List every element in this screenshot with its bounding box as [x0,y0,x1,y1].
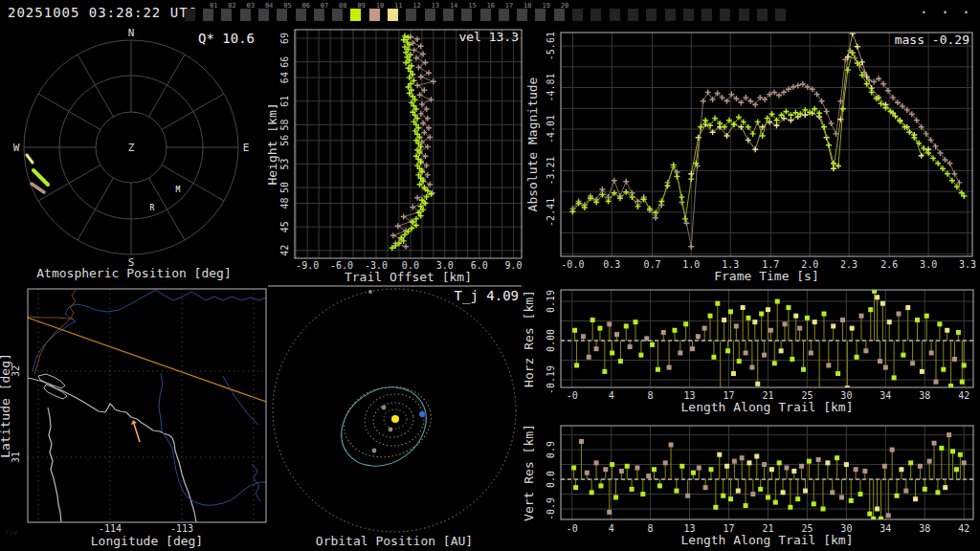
frame-box[interactable] [572,0,590,27]
y-tick: -0.19 [546,365,556,394]
y-axis-label: Latitude [deg] [0,353,12,458]
river-delta [33,290,156,371]
station-green [390,33,434,252]
frame-box-06[interactable]: 06 [296,0,314,27]
compass-north: N [128,27,135,39]
frame-box-13[interactable]: 13 [425,0,443,27]
frame-box-fill [332,9,343,21]
frame-box-15[interactable]: 15 [461,0,479,27]
compass-west: W [13,142,20,154]
x-tick: 6.0 [471,260,488,271]
frame-box-fill [535,9,546,21]
y-tick: 0.9 [546,441,556,458]
frame-number: 08 [339,2,346,10]
frame-box-fill [350,9,361,21]
coast-west [48,408,61,522]
frame-box-fill [720,9,730,21]
frame-box-16[interactable]: 16 [480,0,499,27]
frame-box-01[interactable]: 01 [203,0,221,27]
y-tick: 53 [279,158,290,169]
frame-box-fill [610,9,620,21]
frame-box-11[interactable]: 11 [388,0,406,27]
x-tick: 4 [609,390,614,401]
y-tick: -2.41 [546,198,556,227]
ground-track-map-panel: -114-1133231Longitude [deg]Latitude [deg… [0,285,268,551]
frame-box-05[interactable]: 05 [277,0,295,27]
overflow-menu[interactable]: . . . [920,0,972,17]
frame-box-20[interactable]: 20 [554,0,572,27]
x-tick: 38 [919,523,930,534]
river-ne [223,376,258,425]
frame-box-fill [665,9,676,21]
sun-dot [391,415,399,423]
frame-number: 13 [432,2,439,10]
frame-box-08[interactable]: 08 [332,0,350,27]
x-axis-label: Trail Offset [km] [345,270,472,284]
timestamp: 20251005 03:28:22 UTC [8,5,197,20]
frame-box[interactable] [739,0,757,27]
x-tick: 38 [919,390,930,401]
frame-number: 07 [321,2,328,10]
residual-points [571,432,967,521]
readout-badge: mass -0.29 [895,33,969,47]
trail-offset-panel: -9.0-6.0-3.00.03.06.09.04245485053565861… [268,27,526,285]
frame-number: 04 [265,2,273,10]
x-tick: -9.0 [296,260,319,271]
frame-box-03[interactable]: 03 [240,0,258,27]
frame-box-09[interactable]: 09 [350,0,368,27]
x-tick: 2.6 [880,259,898,270]
frame-box[interactable] [646,0,664,27]
frame-box-14[interactable]: 14 [443,0,461,27]
frame-box[interactable] [683,0,702,27]
frame-box[interactable] [720,0,738,27]
x-tick: 0.7 [643,259,660,270]
frame-box-10[interactable]: 10 [369,0,388,27]
frame-box-19[interactable]: 19 [535,0,553,27]
frame-box[interactable] [610,0,628,27]
frame-number: 12 [412,2,420,10]
horz-residual-panel: -04813172125303438420.190.00-0.19Length … [522,282,980,416]
frame-box-fill [314,9,324,21]
sky-object-R: R [150,204,155,212]
frame-number: 20 [561,2,568,10]
plot-border [28,289,266,522]
frame-box-18[interactable]: 18 [517,0,535,27]
frame-box[interactable] [775,0,793,27]
x-axis-label: Length Along Trail [km] [680,400,853,414]
frame-box-17[interactable]: 17 [499,0,517,27]
plot-series [572,289,967,397]
planet-dot [372,449,377,453]
frame-box[interactable] [590,0,609,27]
x-tick: -113 [170,523,193,534]
x-tick: 8 [648,523,654,534]
jupiter-orbit [273,289,516,532]
frame-number: 18 [523,2,531,10]
frame-box[interactable] [702,0,720,27]
frame-box-fill [406,9,416,21]
frame-box[interactable] [665,0,683,27]
magnitude-panel: -0.00.30.71.01.31.72.02.32.63.03.3-5.61-… [526,27,980,285]
y-tick: 61 [279,96,290,107]
frame-box-07[interactable]: 07 [314,0,332,27]
y-tick: -4.01 [546,115,556,143]
frame-box-04[interactable]: 04 [258,0,277,27]
frame-box-12[interactable]: 12 [406,0,424,27]
orbital-position-panel: T_j 4.09Orbital Position [AU] [268,285,522,551]
frame-box[interactable] [757,0,775,27]
top-bar: 20251005 03:28:22 UTC 010203040506070809… [0,0,980,27]
frame-number: 06 [302,2,310,10]
frame-box-02[interactable]: 02 [221,0,239,27]
x-tick: -0 [567,390,578,401]
frame-box-fill [646,9,657,21]
frame-box-fill [554,9,565,21]
y-tick: 0.0 [546,471,556,488]
readout-badge: T_j 4.09 [455,288,519,304]
x-tick: 2.3 [840,259,858,270]
y-axis-label: Height [km] [268,102,279,185]
x-tick: 9.0 [505,260,523,271]
frame-box-fill [702,9,712,21]
frame-box[interactable] [628,0,646,27]
frame-box-fill [499,9,509,21]
frame-box[interactable] [185,0,203,27]
trail-khaki [27,155,33,163]
